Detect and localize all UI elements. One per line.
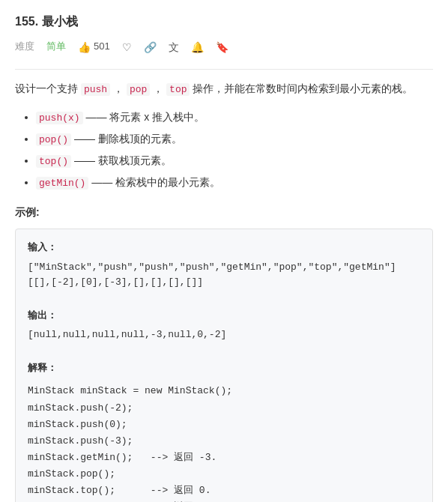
output-value: [null,null,null,null,-3,null,0,-2]: [28, 327, 420, 343]
star-icon: ♡: [122, 39, 132, 55]
code-top: top: [166, 83, 190, 96]
bookmark-icon: 🔖: [216, 39, 228, 55]
list-item: getMin() —— 检索栈中的最小元素。: [36, 174, 433, 192]
share-icon: 🔗: [144, 39, 157, 55]
op-code-2: pop(): [36, 133, 71, 146]
bookmark-button[interactable]: 🔖: [216, 39, 228, 55]
example-box: 输入： ["MinStack","push","push","push","ge…: [15, 229, 433, 502]
op-code-4: getMin(): [36, 177, 88, 190]
problem-name: 最小栈: [42, 15, 78, 28]
code-pop: pop: [127, 83, 150, 96]
operations-list: push(x) —— 将元素 x 推入栈中。 pop() —— 删除栈顶的元素。…: [15, 109, 433, 192]
bell-icon: 🔔: [191, 39, 204, 55]
difficulty-value: 简单: [46, 39, 66, 55]
divider: [15, 69, 433, 70]
list-item: push(x) —— 将元素 x 推入栈中。: [36, 109, 433, 127]
like-button[interactable]: 👍 501: [78, 39, 110, 55]
meta-row: 难度 简单 👍 501 ♡ 🔗 文 🔔 🔖: [15, 39, 433, 55]
example-section-title: 示例:: [15, 204, 433, 220]
list-item: pop() —— 删除栈顶的元素。: [36, 130, 433, 148]
description: 设计一个支持 push ， pop ， top 操作，并能在常数时间内检索到最小…: [15, 80, 433, 98]
explain-line-6: minStack.pop();: [28, 466, 420, 483]
problem-number: 155.: [15, 15, 38, 28]
explain-line-2: minStack.push(-2);: [28, 400, 420, 417]
op-code-3: top(): [36, 155, 71, 168]
like-icon: 👍: [78, 39, 91, 55]
explain-label: 解释：: [28, 360, 420, 376]
list-item: top() —— 获取栈顶元素。: [36, 152, 433, 170]
explain-line-8: minStack.getMin(); --> 返回 -2.: [28, 499, 420, 502]
explain-line-3: minStack.push(0);: [28, 417, 420, 433]
problem-title: 155. 最小栈: [15, 12, 433, 31]
explain-line-4: minStack.push(-3);: [28, 433, 420, 450]
input-line2: [[],[-2],[0],[-3],[],[],[],[]]: [28, 275, 420, 291]
bell-button[interactable]: 🔔: [191, 39, 204, 55]
explain-line-7: minStack.top(); --> 返回 0.: [28, 483, 420, 499]
translate-button[interactable]: 文: [169, 39, 179, 55]
explain-block: MinStack minStack = new MinStack(); minS…: [28, 383, 420, 502]
share-button[interactable]: 🔗: [144, 39, 157, 55]
explain-line-5: minStack.getMin(); --> 返回 -3.: [28, 450, 420, 466]
input-label: 输入：: [28, 240, 420, 255]
translate-icon: 文: [169, 39, 179, 55]
code-push: push: [81, 83, 110, 96]
difficulty-label: 难度: [15, 39, 34, 55]
op-code-1: push(x): [36, 112, 83, 124]
description-text: 设计一个支持: [15, 82, 81, 94]
page-container: 155. 最小栈 难度 简单 👍 501 ♡ 🔗 文 🔔 🔖 设计一个支持 pu…: [0, 0, 448, 502]
input-line1: ["MinStack","push","push","push","getMin…: [28, 260, 420, 276]
star-button[interactable]: ♡: [122, 39, 132, 55]
output-label: 输出：: [28, 308, 420, 324]
explain-line-1: MinStack minStack = new MinStack();: [28, 383, 420, 399]
like-count: 501: [94, 39, 110, 55]
